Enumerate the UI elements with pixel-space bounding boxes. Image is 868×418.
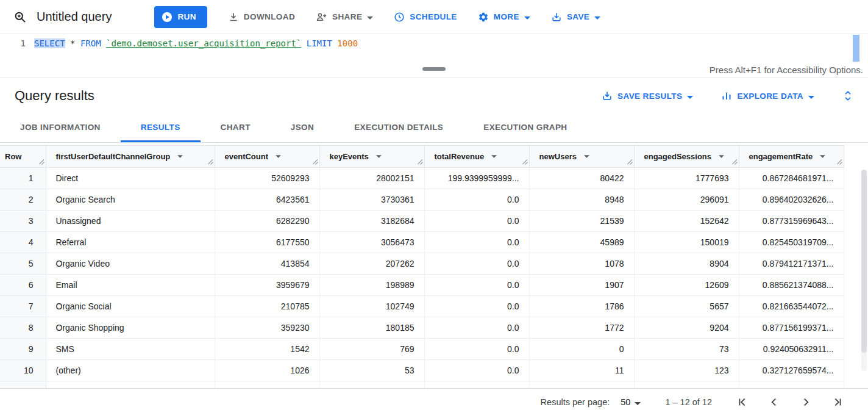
column-resize-icon[interactable]	[38, 159, 44, 165]
data-cell: 52609293	[215, 168, 319, 189]
column-resize-icon[interactable]	[731, 159, 738, 165]
data-cell: 0.0	[424, 317, 529, 339]
editor-scrollbar[interactable]	[853, 35, 859, 62]
data-cell: 8904	[634, 253, 739, 275]
column-menu-icon[interactable]	[276, 155, 281, 158]
results-title: Query results	[15, 88, 94, 104]
column-label: firstUserDefaultChannelGroup	[56, 152, 171, 161]
run-button[interactable]: RUN	[154, 6, 207, 28]
data-cell: 199.9399959999...	[424, 168, 529, 189]
results-tabs: JOB INFORMATIONRESULTSCHARTJSONEXECUTION…	[0, 114, 868, 143]
column-resize-icon[interactable]	[312, 159, 318, 165]
sql-token-plain	[301, 38, 306, 48]
row-number-cell: 10	[0, 360, 46, 381]
bar-chart-icon	[721, 90, 732, 101]
data-cell: 8948	[529, 189, 634, 211]
data-cell: 104	[319, 381, 424, 389]
more-button[interactable]: MORE	[478, 12, 530, 23]
chevron-down-icon	[594, 12, 600, 21]
data-cell: 150019	[634, 232, 739, 253]
table-scrollbar[interactable]	[861, 170, 867, 371]
column-menu-icon[interactable]	[584, 155, 589, 158]
data-cell: SMS	[46, 339, 215, 360]
column-resize-icon[interactable]	[417, 159, 423, 165]
tab-job-information[interactable]: JOB INFORMATION	[0, 114, 121, 142]
download-button[interactable]: DOWNLOAD	[228, 12, 295, 23]
data-cell: 3959679	[215, 275, 319, 296]
data-cell: Email	[46, 275, 215, 296]
explore-data-button[interactable]: EXPLORE DATA	[721, 90, 814, 101]
save-results-icon	[602, 90, 613, 101]
column-label: Row	[5, 152, 21, 161]
data-cell: 9	[529, 381, 634, 389]
chevron-down-icon	[367, 12, 373, 21]
next-page-button[interactable]	[790, 395, 822, 409]
column-header-newUsers[interactable]: newUsers	[529, 146, 634, 168]
data-cell: 1078	[529, 253, 634, 275]
page-size-select[interactable]: 50	[621, 397, 641, 407]
column-menu-icon[interactable]	[491, 155, 497, 158]
column-menu-icon[interactable]	[820, 155, 825, 158]
table-row: 8Organic Shopping3592301801850.017729204…	[0, 317, 844, 339]
sql-token-number: 1000	[337, 38, 358, 48]
data-cell: (other)	[46, 360, 215, 381]
row-number-cell: 4	[0, 232, 46, 253]
share-label: SHARE	[332, 12, 362, 21]
tab-chart[interactable]: CHART	[201, 114, 271, 142]
save-results-button[interactable]: SAVE RESULTS	[602, 90, 693, 101]
results-table-area: RowfirstUserDefaultChannelGroupeventCoun…	[0, 145, 868, 388]
results-table: RowfirstUserDefaultChannelGroupeventCoun…	[0, 145, 844, 388]
column-resize-icon[interactable]	[836, 159, 842, 165]
column-header-engagedSessions[interactable]: engagedSessions	[634, 146, 739, 168]
play-circle-icon	[162, 12, 173, 23]
last-page-button[interactable]	[822, 395, 853, 409]
data-cell: Unassigned	[46, 211, 215, 232]
sql-line[interactable]: SELECT * FROM `demo.demoset.user_acquisi…	[34, 34, 358, 63]
column-menu-icon[interactable]	[376, 155, 382, 158]
column-resize-icon[interactable]	[207, 159, 213, 165]
column-menu-icon[interactable]	[719, 155, 724, 158]
column-header-engagementRate[interactable]: engagementRate	[739, 146, 844, 168]
column-header-keyEvents[interactable]: keyEvents	[319, 146, 424, 168]
schedule-button[interactable]: SCHEDULE	[394, 12, 457, 23]
share-button[interactable]: SHARE	[316, 12, 373, 23]
tab-execution-details[interactable]: EXECUTION DETAILS	[334, 114, 463, 142]
table-row: 6Email39596791989890.01907126090.8856213…	[0, 275, 844, 296]
column-header-Row[interactable]: Row	[0, 146, 46, 168]
row-number-cell: 8	[0, 317, 46, 339]
data-cell: 769	[319, 339, 424, 360]
compose-query-icon	[13, 10, 27, 24]
data-cell: Referral	[46, 232, 215, 253]
sql-token-keyword: FROM	[80, 38, 101, 48]
data-cell: 6282290	[215, 211, 319, 232]
first-page-button[interactable]	[727, 395, 758, 409]
tab-results[interactable]: RESULTS	[121, 114, 201, 142]
tab-execution-graph[interactable]: EXECUTION GRAPH	[463, 114, 587, 142]
table-scrollbar-thumb[interactable]	[861, 170, 867, 353]
column-header-eventCount[interactable]: eventCount	[215, 146, 319, 168]
previous-page-button[interactable]	[758, 395, 790, 409]
splitter-handle[interactable]	[422, 67, 446, 71]
data-cell: 359230	[215, 317, 319, 339]
table-row: 5Organic Video4138542072620.0107889040.8…	[0, 253, 844, 275]
data-cell: 0.0	[424, 189, 529, 211]
data-cell: 3182684	[319, 211, 424, 232]
tab-json[interactable]: JSON	[271, 114, 334, 142]
data-cell: 1786	[529, 296, 634, 317]
data-cell: 1777693	[634, 168, 739, 189]
save-button[interactable]: SAVE	[551, 12, 600, 23]
data-cell: Organic Shopping	[46, 317, 215, 339]
expand-results-button[interactable]	[842, 90, 853, 102]
table-row: 9SMS15427690.00730.924050632911...	[0, 339, 844, 360]
column-resize-icon[interactable]	[627, 159, 633, 165]
column-resize-icon[interactable]	[522, 159, 528, 165]
table-row: 2Organic Search642356137303610.089482960…	[0, 189, 844, 211]
data-cell: 0.0	[424, 360, 529, 381]
sql-editor[interactable]: 1 SELECT * FROM `demo.demoset.user_acqui…	[0, 34, 868, 63]
column-header-firstUserDefaultChannelGroup[interactable]: firstUserDefaultChannelGroup	[46, 146, 215, 168]
row-number-cell: 2	[0, 189, 46, 211]
column-menu-icon[interactable]	[177, 155, 183, 158]
data-cell	[634, 381, 739, 389]
chevron-down-icon	[524, 12, 530, 21]
column-header-totalRevenue[interactable]: totalRevenue	[424, 146, 529, 168]
